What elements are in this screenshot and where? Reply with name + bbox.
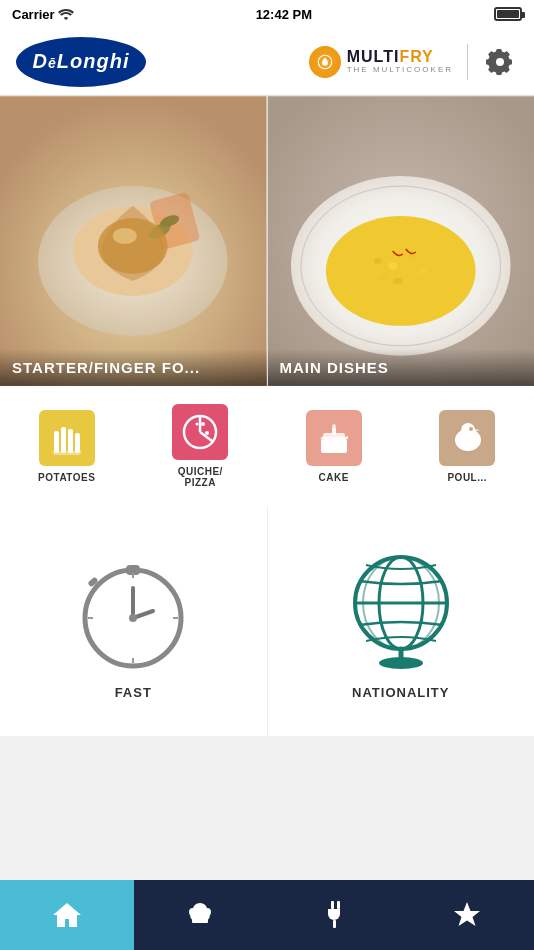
settings-button[interactable] (482, 44, 518, 80)
main-image (268, 96, 535, 386)
poultry-label: POUL... (447, 472, 487, 483)
svg-point-13 (325, 216, 475, 326)
tab-chef[interactable] (134, 880, 268, 950)
potatoes-icon (46, 417, 88, 459)
gear-icon (484, 46, 516, 78)
delonghi-text: DēLonghi (33, 50, 130, 73)
star-icon (451, 899, 483, 931)
category-poultry[interactable]: POUL... (401, 386, 535, 506)
multifry-circle-icon (309, 46, 341, 78)
svg-point-29 (201, 422, 205, 426)
food-cell-main[interactable]: MAIN DISHES (267, 96, 535, 386)
pizza-icon (179, 411, 221, 453)
tile-fast[interactable]: FAST (0, 506, 268, 736)
svg-rect-22 (54, 431, 59, 453)
svg-point-20 (378, 275, 387, 281)
svg-point-8 (98, 218, 168, 274)
category-quiche-pizza[interactable]: QUICHE/PIZZA (134, 386, 268, 506)
delonghi-logo: DēLonghi (16, 37, 146, 87)
svg-rect-25 (75, 433, 80, 453)
svg-marker-63 (454, 902, 480, 926)
cake-icon-bg (306, 410, 362, 466)
tab-favorites[interactable] (401, 880, 535, 950)
svg-point-14 (373, 258, 381, 264)
header-right: MULTI FRY THE MULTICOOKER (309, 44, 518, 80)
svg-point-15 (387, 262, 397, 269)
category-row: POTATOES QUICHE/PIZZA (0, 386, 534, 506)
flame-icon (316, 53, 334, 71)
svg-rect-62 (333, 920, 336, 928)
potatoes-icon-bg (39, 410, 95, 466)
svg-point-44 (129, 614, 137, 622)
nationality-label: NATIONALITY (352, 685, 449, 700)
svg-point-58 (203, 908, 211, 916)
svg-point-18 (392, 278, 402, 284)
potatoes-label: POTATOES (38, 472, 95, 483)
svg-point-37 (461, 423, 475, 437)
starter-image (0, 96, 267, 386)
tile-nationality[interactable]: NATIONALITY (268, 506, 535, 736)
fast-label: FAST (115, 685, 152, 700)
svg-point-17 (418, 268, 426, 274)
svg-rect-23 (61, 427, 66, 453)
home-icon (51, 899, 83, 931)
globe-icon (336, 543, 466, 673)
cake-label: CAKE (319, 472, 349, 483)
poultry-icon-bg (439, 410, 495, 466)
stopwatch-icon (68, 543, 198, 673)
food-grid: STARTER/FINGER FO... (0, 96, 534, 386)
plug-icon (318, 899, 350, 931)
fry-label: FRY (399, 48, 433, 66)
category-cake[interactable]: CAKE (267, 386, 401, 506)
chef-icon (184, 899, 216, 931)
svg-rect-59 (192, 919, 208, 923)
tab-bar (0, 880, 534, 950)
carrier-label: Carrier (12, 7, 55, 22)
svg-point-30 (205, 431, 209, 435)
svg-rect-61 (337, 901, 340, 909)
poultry-icon (446, 417, 488, 459)
main-label: MAIN DISHES (268, 349, 535, 386)
multifry-logo: MULTI FRY THE MULTICOOKER (309, 46, 453, 78)
category-potatoes[interactable]: POTATOES (0, 386, 134, 506)
multi-label: MULTI (347, 48, 400, 66)
food-cell-starter[interactable]: STARTER/FINGER FO... (0, 96, 267, 386)
app-header: DēLonghi MULTI FRY THE MULTICOOKER (0, 28, 534, 96)
svg-point-54 (379, 657, 423, 669)
svg-rect-32 (321, 439, 347, 453)
carrier-wifi: Carrier (12, 7, 74, 22)
svg-point-1 (496, 58, 504, 66)
bottom-tiles: FAST NATIONALITY (0, 506, 534, 736)
battery-indicator (494, 7, 522, 21)
multicooker-sub: THE MULTICOOKER (347, 66, 453, 75)
header-divider (467, 44, 468, 80)
wifi-icon (58, 8, 74, 20)
tab-home[interactable] (0, 880, 134, 950)
multifry-text: MULTI FRY THE MULTICOOKER (347, 48, 453, 74)
svg-point-38 (469, 427, 473, 431)
svg-rect-24 (68, 429, 73, 453)
time-display: 12:42 PM (256, 7, 312, 22)
quiche-icon-bg (172, 404, 228, 460)
cake-icon (313, 417, 355, 459)
starter-label: STARTER/FINGER FO... (0, 349, 267, 386)
svg-point-9 (113, 228, 137, 244)
svg-point-19 (413, 281, 421, 287)
svg-point-31 (196, 423, 199, 426)
quiche-pizza-label: QUICHE/PIZZA (178, 466, 223, 488)
status-bar: Carrier 12:42 PM (0, 0, 534, 28)
tab-connect[interactable] (267, 880, 401, 950)
svg-point-35 (332, 424, 336, 430)
svg-point-57 (189, 908, 197, 916)
svg-rect-60 (331, 901, 334, 909)
